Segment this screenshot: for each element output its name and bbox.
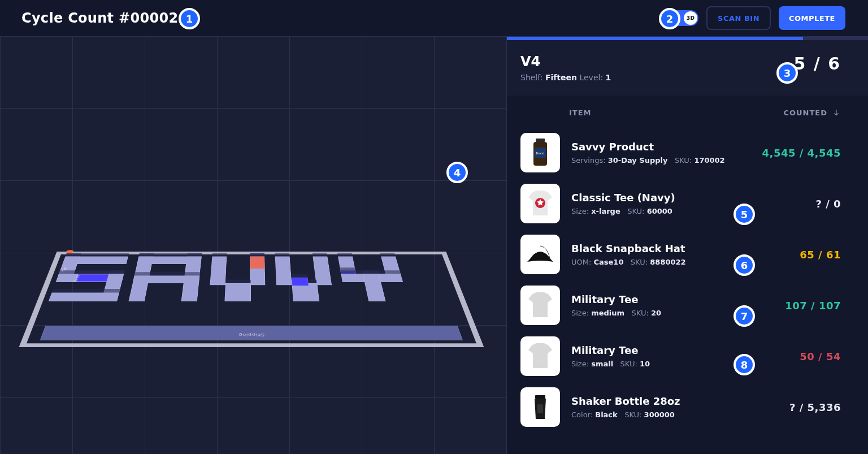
item-attrs: Size: x-large SKU: 60000 bbox=[571, 207, 804, 215]
warehouse-3d: Two Three Shipping bbox=[19, 252, 484, 347]
bin-location: Shelf: Fifteen Level: 1 bbox=[520, 73, 611, 82]
bin-header: V4 Shelf: Fifteen Level: 1 5 / 6 bbox=[507, 40, 868, 96]
col-item: ITEM bbox=[569, 109, 592, 117]
item-thumb bbox=[520, 336, 560, 376]
attr-label: Color: bbox=[571, 410, 595, 419]
viewport-grid bbox=[0, 37, 507, 454]
item-name: Military Tee bbox=[571, 293, 774, 305]
attr-label: Size: bbox=[571, 207, 591, 215]
item-row[interactable]: Military TeeSize: small SKU: 1050 / 54 bbox=[520, 331, 854, 382]
attr-value: Case10 bbox=[593, 258, 623, 266]
item-count: ? / 0 bbox=[815, 198, 841, 210]
item-row[interactable]: Black Snapback HatUOM: Case10 SKU: 88800… bbox=[520, 229, 854, 280]
item-list[interactable]: BrandSavvy ProductServings: 30-Day Suppl… bbox=[507, 127, 868, 454]
attr-label: Size: bbox=[571, 360, 591, 368]
item-name: Black Snapback Hat bbox=[571, 243, 788, 254]
attr-label: Size: bbox=[571, 309, 591, 317]
item-attrs: Servings: 30-Day Supply SKU: 170002 bbox=[571, 156, 751, 165]
step-marker-4: 4 bbox=[446, 162, 468, 183]
item-row[interactable]: Shaker Bottle 28ozColor: Black SKU: 3000… bbox=[520, 382, 854, 433]
total-value: 6 bbox=[828, 54, 841, 73]
item-thumb bbox=[520, 235, 560, 274]
step-marker-5: 5 bbox=[734, 204, 755, 225]
svg-text:Brand: Brand bbox=[536, 152, 545, 155]
item-info: Shaker Bottle 28ozColor: Black SKU: 3000… bbox=[571, 395, 778, 419]
item-count: 4,545 / 4,545 bbox=[762, 147, 841, 159]
table-header: ITEM COUNTED bbox=[507, 96, 868, 127]
shelf bbox=[275, 257, 292, 286]
item-info: Classic Tee (Navy)Size: x-large SKU: 600… bbox=[571, 192, 804, 215]
col-counted-sort[interactable]: COUNTED bbox=[783, 108, 841, 117]
attr-value: x-large bbox=[591, 207, 620, 215]
level-label: Level: bbox=[579, 73, 603, 82]
sku-value: 8880022 bbox=[650, 258, 685, 266]
shelf-value: Fifteen bbox=[545, 73, 577, 82]
sku-label: SKU: bbox=[627, 207, 646, 215]
level-value: 1 bbox=[606, 73, 611, 82]
sku-value: 300000 bbox=[644, 410, 675, 419]
attr-label: UOM: bbox=[571, 258, 593, 266]
step-marker-6: 6 bbox=[734, 254, 755, 276]
step-marker-1: 1 bbox=[179, 8, 200, 29]
item-thumb bbox=[520, 184, 560, 223]
item-thumb bbox=[520, 286, 560, 325]
scan-bin-button[interactable]: SCAN BIN bbox=[706, 6, 771, 30]
item-row[interactable]: Classic Tee (Navy)Size: x-large SKU: 600… bbox=[520, 178, 854, 229]
item-name: Savvy Product bbox=[571, 141, 751, 153]
sku-value: 60000 bbox=[647, 207, 672, 215]
bin-name: V4 bbox=[520, 54, 611, 70]
sku-value: 170002 bbox=[694, 156, 724, 165]
sku-label: SKU: bbox=[631, 258, 650, 266]
item-name: Classic Tee (Navy) bbox=[571, 192, 804, 204]
item-info: Savvy ProductServings: 30-Day Supply SKU… bbox=[571, 141, 751, 165]
item-count: ? / 5,336 bbox=[789, 401, 841, 413]
sku-label: SKU: bbox=[632, 309, 651, 317]
attr-label: Servings: bbox=[571, 156, 608, 165]
warehouse-viewport[interactable]: Two Three Shipping bbox=[0, 36, 507, 454]
item-row[interactable]: BrandSavvy ProductServings: 30-Day Suppl… bbox=[520, 127, 854, 178]
item-count: 50 / 54 bbox=[800, 351, 841, 362]
item-thumb bbox=[520, 387, 560, 427]
sku-label: SKU: bbox=[624, 410, 644, 419]
item-name: Military Tee bbox=[571, 344, 788, 356]
shelf bbox=[137, 257, 201, 265]
bin-progress-count: 5 / 6 bbox=[793, 54, 841, 73]
page-title: Cycle Count #00002 bbox=[21, 10, 178, 26]
shelf-highlight bbox=[292, 278, 309, 286]
complete-button[interactable]: COMPLETE bbox=[779, 6, 845, 30]
step-marker-8: 8 bbox=[734, 354, 755, 375]
toggle-knob: 3D bbox=[684, 11, 697, 25]
item-thumb: Brand bbox=[520, 133, 560, 172]
item-row[interactable]: Military TeeSize: medium SKU: 20107 / 10… bbox=[520, 280, 854, 331]
sort-desc-icon bbox=[832, 108, 841, 117]
item-attrs: UOM: Case10 SKU: 8880022 bbox=[571, 258, 788, 266]
col-counted: COUNTED bbox=[783, 109, 827, 117]
sku-label: SKU: bbox=[675, 156, 694, 165]
shelf bbox=[133, 276, 200, 284]
svg-rect-6 bbox=[537, 404, 543, 413]
sku-value: 10 bbox=[640, 360, 650, 368]
svg-rect-5 bbox=[535, 395, 545, 399]
header-actions: 3D SCAN BIN COMPLETE bbox=[667, 6, 845, 30]
step-marker-3: 3 bbox=[776, 62, 798, 84]
side-panel: V4 Shelf: Fifteen Level: 1 5 / 6 ITEM CO… bbox=[507, 36, 868, 454]
svg-rect-0 bbox=[536, 139, 545, 142]
item-count: 107 / 107 bbox=[785, 300, 841, 312]
item-info: Military TeeSize: small SKU: 10 bbox=[571, 344, 788, 368]
item-info: Black Snapback HatUOM: Case10 SKU: 88800… bbox=[571, 243, 788, 266]
shelf bbox=[210, 257, 227, 286]
step-marker-2: 2 bbox=[659, 8, 680, 29]
attr-value: Black bbox=[595, 410, 618, 419]
attr-value: medium bbox=[591, 309, 624, 317]
bin-info: V4 Shelf: Fifteen Level: 1 bbox=[520, 54, 611, 82]
sku-value: 20 bbox=[651, 309, 661, 317]
shelf-label: Shelf: bbox=[520, 73, 542, 82]
shelf-highlight-active bbox=[250, 257, 265, 269]
item-attrs: Color: Black SKU: 300000 bbox=[571, 410, 778, 419]
item-attrs: Size: small SKU: 10 bbox=[571, 360, 788, 368]
item-name: Shaker Bottle 28oz bbox=[571, 395, 778, 407]
item-count: 65 / 61 bbox=[800, 249, 841, 261]
header: Cycle Count #00002 3D SCAN BIN COMPLETE bbox=[0, 0, 868, 36]
step-marker-7: 7 bbox=[734, 305, 755, 327]
attr-value: small bbox=[591, 360, 613, 368]
